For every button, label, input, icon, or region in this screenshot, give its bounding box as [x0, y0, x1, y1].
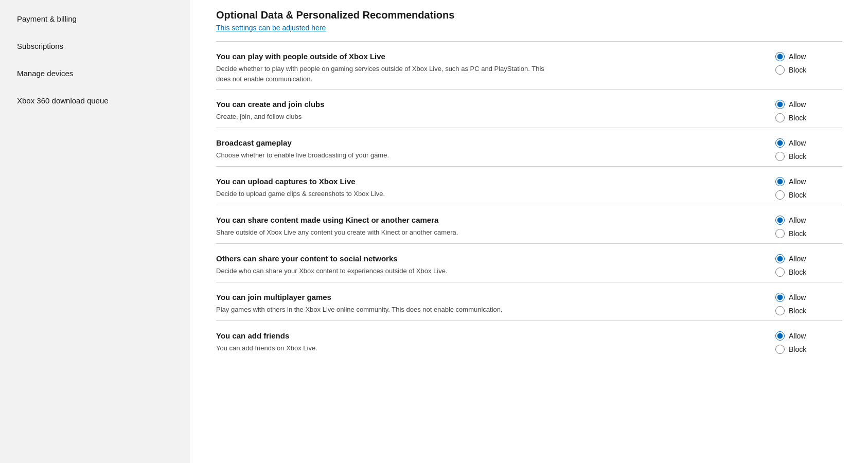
block-option-share-content-kinect[interactable]: Block: [775, 229, 842, 238]
block-label-upload-captures: Block: [789, 191, 806, 199]
allow-label-broadcast-gameplay: Allow: [789, 139, 806, 147]
setting-row-share-content-social: Others can share your content to social …: [216, 243, 842, 282]
block-option-play-with-people-outside[interactable]: Block: [775, 65, 842, 75]
setting-desc-broadcast-gameplay: Choose whether to enable live broadcasti…: [216, 150, 545, 161]
main-content: Optional Data & Personalized Recommendat…: [190, 0, 868, 463]
block-radio-broadcast-gameplay[interactable]: [775, 152, 785, 161]
allow-option-add-friends[interactable]: Allow: [775, 331, 842, 341]
allow-label-upload-captures: Allow: [789, 177, 806, 186]
setting-title-upload-captures: You can upload captures to Xbox Live: [216, 176, 545, 187]
allow-label-add-friends: Allow: [789, 332, 806, 340]
setting-row-add-friends: You can add friends You can add friends …: [216, 320, 842, 359]
allow-label-share-content-social: Allow: [789, 255, 806, 263]
allow-option-play-with-people-outside[interactable]: Allow: [775, 52, 842, 61]
setting-row-upload-captures: You can upload captures to Xbox Live Dec…: [216, 166, 842, 205]
radio-group-add-friends: Allow Block: [775, 330, 842, 354]
setting-desc-share-content-social: Decide who can share your Xbox content t…: [216, 266, 545, 276]
sidebar-item-payment-billing[interactable]: Payment & billing: [0, 5, 190, 32]
block-option-upload-captures[interactable]: Block: [775, 190, 842, 200]
page-container: Payment & billing Subscriptions Manage d…: [0, 0, 868, 463]
allow-label-join-multiplayer: Allow: [789, 293, 806, 301]
section-title: Optional Data & Personalized Recommendat…: [216, 9, 842, 21]
setting-text-share-content-kinect: You can share content made using Kinect …: [216, 215, 566, 238]
sidebar-item-manage-devices[interactable]: Manage devices: [0, 60, 190, 87]
block-label-join-multiplayer: Block: [789, 307, 806, 315]
setting-text-share-content-social: Others can share your content to social …: [216, 253, 566, 276]
block-label-broadcast-gameplay: Block: [789, 152, 806, 161]
block-radio-play-with-people-outside[interactable]: [775, 65, 785, 75]
setting-row-play-with-people-outside: You can play with people outside of Xbox…: [216, 41, 842, 89]
allow-option-share-content-social[interactable]: Allow: [775, 254, 842, 263]
block-radio-share-content-kinect[interactable]: [775, 229, 785, 238]
block-label-create-join-clubs: Block: [789, 114, 806, 122]
sidebar-item-subscriptions[interactable]: Subscriptions: [0, 32, 190, 60]
allow-option-join-multiplayer[interactable]: Allow: [775, 293, 842, 302]
radio-group-play-with-people-outside: Allow Block: [775, 51, 842, 75]
setting-text-play-with-people-outside: You can play with people outside of Xbox…: [216, 51, 566, 84]
setting-desc-join-multiplayer: Play games with others in the Xbox Live …: [216, 305, 545, 315]
settings-link[interactable]: This settings can be adjusted here: [216, 24, 326, 32]
block-radio-share-content-social[interactable]: [775, 268, 785, 277]
allow-label-create-join-clubs: Allow: [789, 100, 806, 109]
allow-option-broadcast-gameplay[interactable]: Allow: [775, 138, 842, 148]
radio-group-share-content-kinect: Allow Block: [775, 215, 842, 238]
allow-label-play-with-people-outside: Allow: [789, 52, 806, 61]
setting-row-broadcast-gameplay: Broadcast gameplay Choose whether to ena…: [216, 128, 842, 166]
block-label-share-content-social: Block: [789, 268, 806, 276]
setting-text-create-join-clubs: You can create and join clubs Create, jo…: [216, 99, 566, 122]
block-option-add-friends[interactable]: Block: [775, 345, 842, 354]
block-radio-create-join-clubs[interactable]: [775, 113, 785, 122]
radio-group-create-join-clubs: Allow Block: [775, 99, 842, 122]
allow-radio-upload-captures[interactable]: [775, 177, 785, 186]
block-option-create-join-clubs[interactable]: Block: [775, 113, 842, 122]
setting-desc-create-join-clubs: Create, join, and follow clubs: [216, 112, 545, 122]
setting-title-broadcast-gameplay: Broadcast gameplay: [216, 137, 545, 148]
setting-title-share-content-kinect: You can share content made using Kinect …: [216, 215, 545, 225]
block-option-share-content-social[interactable]: Block: [775, 268, 842, 277]
allow-radio-add-friends[interactable]: [775, 331, 785, 341]
block-radio-upload-captures[interactable]: [775, 190, 785, 200]
sidebar-item-xbox-360-download-queue[interactable]: Xbox 360 download queue: [0, 87, 190, 114]
block-label-add-friends: Block: [789, 345, 806, 353]
setting-title-share-content-social: Others can share your content to social …: [216, 253, 545, 264]
radio-group-join-multiplayer: Allow Block: [775, 292, 842, 315]
allow-radio-join-multiplayer[interactable]: [775, 293, 785, 302]
setting-title-add-friends: You can add friends: [216, 330, 545, 341]
block-option-join-multiplayer[interactable]: Block: [775, 306, 842, 315]
allow-radio-play-with-people-outside[interactable]: [775, 52, 785, 61]
setting-row-join-multiplayer: You can join multiplayer games Play game…: [216, 282, 842, 320]
radio-group-upload-captures: Allow Block: [775, 176, 842, 200]
setting-text-upload-captures: You can upload captures to Xbox Live Dec…: [216, 176, 566, 199]
block-option-broadcast-gameplay[interactable]: Block: [775, 152, 842, 161]
setting-text-add-friends: You can add friends You can add friends …: [216, 330, 566, 353]
setting-title-create-join-clubs: You can create and join clubs: [216, 99, 545, 110]
setting-title-join-multiplayer: You can join multiplayer games: [216, 292, 545, 302]
allow-radio-share-content-kinect[interactable]: [775, 216, 785, 225]
setting-row-create-join-clubs: You can create and join clubs Create, jo…: [216, 89, 842, 128]
allow-radio-share-content-social[interactable]: [775, 254, 785, 263]
radio-group-broadcast-gameplay: Allow Block: [775, 137, 842, 161]
setting-text-broadcast-gameplay: Broadcast gameplay Choose whether to ena…: [216, 137, 566, 161]
allow-option-share-content-kinect[interactable]: Allow: [775, 216, 842, 225]
allow-radio-create-join-clubs[interactable]: [775, 100, 785, 109]
allow-option-create-join-clubs[interactable]: Allow: [775, 100, 842, 109]
setting-desc-share-content-kinect: Share outside of Xbox Live any content y…: [216, 227, 545, 238]
allow-option-upload-captures[interactable]: Allow: [775, 177, 842, 186]
sidebar: Payment & billing Subscriptions Manage d…: [0, 0, 190, 463]
setting-text-join-multiplayer: You can join multiplayer games Play game…: [216, 292, 566, 315]
setting-desc-play-with-people-outside: Decide whether to play with people on ga…: [216, 64, 545, 84]
block-label-play-with-people-outside: Block: [789, 66, 806, 74]
setting-row-share-content-kinect: You can share content made using Kinect …: [216, 205, 842, 243]
block-radio-join-multiplayer[interactable]: [775, 306, 785, 315]
block-radio-add-friends[interactable]: [775, 345, 785, 354]
setting-desc-upload-captures: Decide to upload game clips & screenshot…: [216, 189, 545, 199]
block-label-share-content-kinect: Block: [789, 229, 806, 238]
radio-group-share-content-social: Allow Block: [775, 253, 842, 277]
allow-label-share-content-kinect: Allow: [789, 216, 806, 224]
setting-title-play-with-people-outside: You can play with people outside of Xbox…: [216, 51, 545, 62]
allow-radio-broadcast-gameplay[interactable]: [775, 138, 785, 148]
setting-desc-add-friends: You can add friends on Xbox Live.: [216, 343, 545, 353]
